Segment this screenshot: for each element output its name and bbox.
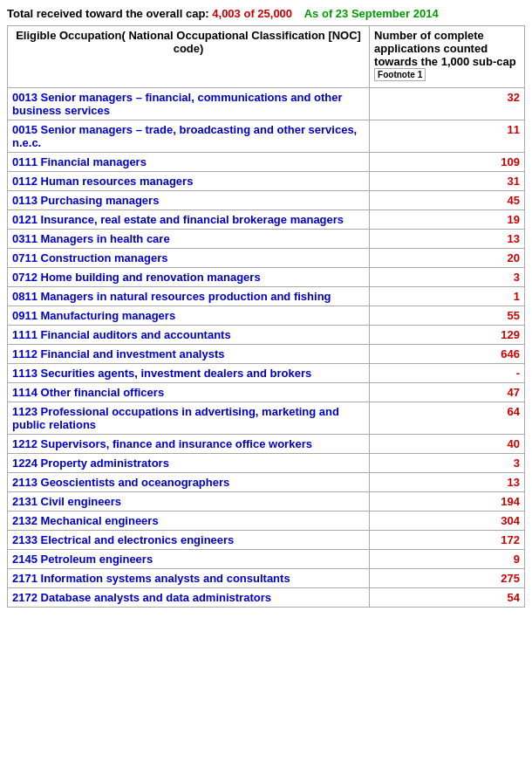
occupation-cell: 0015 Senior managers – trade, broadcasti… — [8, 120, 370, 153]
count-cell: 194 — [370, 492, 525, 512]
occupation-cell: 1114 Other financial officers — [8, 383, 370, 402]
table-row: 0121 Insurance, real estate and financia… — [8, 210, 525, 230]
table-row: 0113 Purchasing managers45 — [8, 191, 525, 210]
count-cell: 32 — [370, 88, 525, 120]
table-row: 0311 Managers in health care13 — [8, 230, 525, 249]
table-row: 1113 Securities agents, investment deale… — [8, 364, 525, 383]
occupation-cell: 1112 Financial and investment analysts — [8, 345, 370, 364]
occupation-cell: 1224 Property administrators — [8, 454, 370, 473]
count-cell: 3 — [370, 454, 525, 473]
count-cell: 19 — [370, 210, 525, 230]
count-cell: 13 — [370, 230, 525, 249]
table-row: 2133 Electrical and electronics engineer… — [8, 531, 525, 550]
occupation-cell: 0711 Construction managers — [8, 249, 370, 268]
table-row: 2145 Petroleum engineers9 — [8, 550, 525, 569]
occupation-cell: 2172 Database analysts and data administ… — [8, 588, 370, 608]
occupation-cell: 2131 Civil engineers — [8, 492, 370, 512]
table-row: 1212 Supervisors, finance and insurance … — [8, 435, 525, 454]
count-cell: 47 — [370, 383, 525, 402]
occupation-cell: 0311 Managers in health care — [8, 230, 370, 249]
table-row: 0111 Financial managers109 — [8, 153, 525, 172]
table-row: 0811 Managers in natural resources produ… — [8, 287, 525, 306]
table-row: 2132 Mechanical engineers304 — [8, 512, 525, 531]
table-row: 2171 Information systems analysts and co… — [8, 569, 525, 588]
header-total: Total received toward the overall cap: 4… — [7, 7, 525, 20]
table-row: 0712 Home building and renovation manage… — [8, 268, 525, 287]
table-row: 1123 Professional occupations in adverti… — [8, 402, 525, 435]
count-cell: 64 — [370, 402, 525, 435]
occupation-cell: 2132 Mechanical engineers — [8, 512, 370, 531]
count-cell: 9 — [370, 550, 525, 569]
col-noc-header: Eligible Occupation( National Occupation… — [8, 26, 370, 88]
occupation-cell: 0811 Managers in natural resources produ… — [8, 287, 370, 306]
count-cell: 54 — [370, 588, 525, 608]
table-row: 0013 Senior managers – financial, commun… — [8, 88, 525, 120]
occupation-cell: 0712 Home building and renovation manage… — [8, 268, 370, 287]
table-row: 0112 Human resources managers31 — [8, 172, 525, 191]
occupation-cell: 0013 Senior managers – financial, commun… — [8, 88, 370, 120]
occupation-cell: 0112 Human resources managers — [8, 172, 370, 191]
table-row: 1114 Other financial officers47 — [8, 383, 525, 402]
table-row: 0911 Manufacturing managers55 — [8, 306, 525, 326]
table-row: 2113 Geoscientists and oceanographers13 — [8, 473, 525, 492]
table-row: 2131 Civil engineers194 — [8, 492, 525, 512]
occupation-cell: 0121 Insurance, real estate and financia… — [8, 210, 370, 230]
total-count: 4,003 of 25,000 — [212, 7, 292, 20]
count-cell: 31 — [370, 172, 525, 191]
col-count-header-text: Number of complete applications counted … — [374, 29, 516, 68]
count-cell: - — [370, 364, 525, 383]
occupation-cell: 0911 Manufacturing managers — [8, 306, 370, 326]
count-cell: 275 — [370, 569, 525, 588]
table-row: 0711 Construction managers20 — [8, 249, 525, 268]
table-row: 1111 Financial auditors and accountants1… — [8, 326, 525, 345]
occupation-cell: 1111 Financial auditors and accountants — [8, 326, 370, 345]
occupation-cell: 0111 Financial managers — [8, 153, 370, 172]
count-cell: 646 — [370, 345, 525, 364]
total-label: Total received toward the overall cap: — [7, 7, 209, 20]
footnote-badge: Footnote 1 — [374, 68, 426, 81]
occupation-cell: 1113 Securities agents, investment deale… — [8, 364, 370, 383]
occupation-cell: 2171 Information systems analysts and co… — [8, 569, 370, 588]
count-cell: 13 — [370, 473, 525, 492]
table-row: 0015 Senior managers – trade, broadcasti… — [8, 120, 525, 153]
col-count-header: Number of complete applications counted … — [370, 26, 525, 88]
table-row: 2172 Database analysts and data administ… — [8, 588, 525, 608]
total-date: As of 23 September 2014 — [304, 7, 439, 20]
count-cell: 45 — [370, 191, 525, 210]
occupation-cell: 2133 Electrical and electronics engineer… — [8, 531, 370, 550]
count-cell: 11 — [370, 120, 525, 153]
occupations-table: Eligible Occupation( National Occupation… — [7, 25, 525, 608]
occupation-cell: 1123 Professional occupations in adverti… — [8, 402, 370, 435]
count-cell: 129 — [370, 326, 525, 345]
count-cell: 3 — [370, 268, 525, 287]
occupation-cell: 0113 Purchasing managers — [8, 191, 370, 210]
occupation-cell: 2145 Petroleum engineers — [8, 550, 370, 569]
count-cell: 1 — [370, 287, 525, 306]
count-cell: 109 — [370, 153, 525, 172]
occupation-cell: 2113 Geoscientists and oceanographers — [8, 473, 370, 492]
count-cell: 20 — [370, 249, 525, 268]
table-row: 1224 Property administrators3 — [8, 454, 525, 473]
occupation-cell: 1212 Supervisors, finance and insurance … — [8, 435, 370, 454]
count-cell: 172 — [370, 531, 525, 550]
count-cell: 40 — [370, 435, 525, 454]
count-cell: 304 — [370, 512, 525, 531]
count-cell: 55 — [370, 306, 525, 326]
table-row: 1112 Financial and investment analysts64… — [8, 345, 525, 364]
